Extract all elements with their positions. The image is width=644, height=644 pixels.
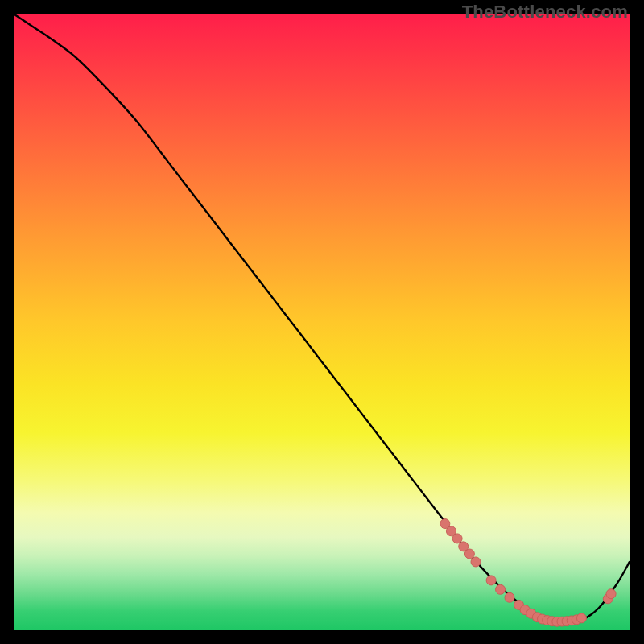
data-marker: [464, 549, 474, 559]
data-marker: [576, 613, 586, 623]
chart-frame: TheBottleneck.com: [0, 0, 644, 644]
data-marker: [606, 589, 616, 599]
watermark-text: TheBottleneck.com: [462, 2, 628, 23]
data-marker: [505, 592, 514, 602]
chart-svg: [14, 14, 630, 630]
plot-area: [14, 14, 630, 630]
data-marker: [486, 576, 496, 585]
curve-line: [14, 14, 630, 622]
data-marker: [496, 584, 506, 594]
data-marker: [452, 534, 462, 543]
curve-markers: [440, 519, 616, 627]
data-marker: [471, 557, 481, 567]
